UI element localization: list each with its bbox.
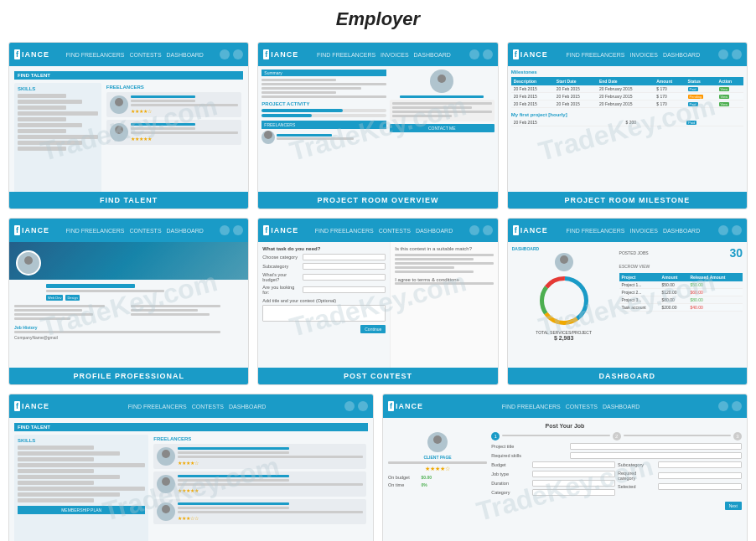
nav-item-2-2[interactable]: INVOICES [381,52,408,58]
pj-budget-input[interactable] [532,461,616,468]
nav-item-3-2[interactable]: INVOICES [629,52,657,58]
user-icon-2[interactable] [483,49,493,59]
nav-item-4-1[interactable]: FIND FREELANCERS [65,228,124,234]
logo-f-6: f [513,225,519,235]
header-icons-2 [469,49,493,59]
user-icon-8[interactable] [732,401,742,411]
ms-end-2: 20 February 2015 [597,93,654,100]
escrow-rel-4: $40.00 [687,304,743,312]
nav-item-8-3[interactable]: DASHBOARD [603,404,639,410]
pj-stat-l1: On budget [388,475,417,480]
ft-skills-panel: SKILLS MEMBERSHIP PLAN [14,435,148,541]
pj-reqcat-input[interactable] [658,472,742,479]
nav-item-6-1[interactable]: FIND FREELANCERS [566,228,624,234]
notif-icon-8[interactable] [718,401,728,411]
nav-item-6-3[interactable]: DASHBOARD [663,228,700,234]
pc-optional-label: Add title and your context (Optional) [262,298,386,303]
pj-left: CLIENT PAGE ★★★★☆ On budget $0.00 On tim… [388,432,487,510]
pj-duration-input[interactable] [532,480,616,487]
pj-skills-input[interactable] [570,452,742,459]
pc-duration-input[interactable] [303,286,386,293]
pj-duration-label: Duration [491,481,528,486]
skill-9 [18,141,82,145]
pj-budget-label: Budget [491,462,528,467]
nav-item-8-2[interactable]: CONTESTS [566,404,598,410]
nav-item-3-3[interactable]: DASHBOARD [663,52,700,58]
notif-icon[interactable] [220,49,230,59]
nav-item-5-3[interactable]: DASHBOARD [416,228,453,234]
skill-6 [18,123,82,127]
profile-hero [9,242,248,280]
pc-left: What task do you need? Choose category S… [258,242,390,368]
nav-item-6-2[interactable]: INVOICES [629,228,657,234]
pc-submit-btn[interactable]: Continue [360,325,386,333]
nav-item-2-3[interactable]: DASHBOARD [414,52,451,58]
nav-item-2[interactable]: CONTESTS [129,52,161,58]
notif-icon-2[interactable] [469,49,479,59]
notif-icon-6[interactable] [718,225,728,235]
nav-item-5-1[interactable]: FIND FREELANCERS [315,228,374,234]
user-icon-5[interactable] [483,225,493,235]
ov-contact-btn[interactable]: CONTACT ME [390,124,495,132]
nav-item-2-1[interactable]: FIND FREELANCERS [317,52,375,58]
user-icon-6[interactable] [732,225,742,235]
pj-type-label: Job type [491,471,528,477]
pj-next-row: Next [491,502,742,510]
notif-icon-3[interactable] [718,49,728,59]
nav-item-1[interactable]: FIND FREELANCERS [65,52,124,58]
ms-status-1: Paid [686,85,717,93]
pj-right-col: Subcategory Required category Selected [618,461,742,498]
pj-subcat-input[interactable] [658,461,742,468]
skill-2 [18,100,82,104]
user-icon-7[interactable] [358,401,368,411]
ov-stat-4 [392,115,452,117]
badge-view-3[interactable]: View [719,102,730,106]
badge-paid-3: Paid [688,102,698,106]
ft-desc-1 [178,456,363,458]
pj-title-input[interactable] [570,443,742,450]
nav-item-3[interactable]: DASHBOARD [167,52,204,58]
progress-2 [261,114,386,117]
pc-budget-label: What's your budget? [262,272,299,282]
skill-10 [18,147,66,151]
pc-subcategory-input[interactable] [303,263,386,270]
ov-fl-desc [277,137,353,140]
user-icon[interactable] [233,49,243,59]
overview-right: CONTACT ME [390,70,495,188]
ov-l3 [261,87,361,90]
user-icon-3[interactable] [732,49,742,59]
th-amount: Amount [654,77,685,85]
nav-item-7-2[interactable]: CONTESTS [192,404,224,410]
ft-profile-info-2: ★★★★★ [178,475,363,493]
stars-2: ★★★★★ [131,136,238,142]
nav-item-5-2[interactable]: CONTESTS [379,228,411,234]
badge-view[interactable]: View [719,87,730,91]
pj-title-label: Project title [491,444,567,449]
pj-selected-input[interactable] [658,483,742,490]
ft-desc-3 [178,511,363,513]
name-2 [131,123,195,126]
notif-icon-5[interactable] [469,225,479,235]
pd-l3 [14,313,93,316]
escrow-proj-2: Project 2... [619,289,660,296]
nav-item-3-1[interactable]: FIND FREELANCERS [566,52,624,58]
pc-terms-line [395,282,493,285]
hr-amount-1: $ 200 [624,119,685,126]
pj-type-input[interactable] [532,471,616,477]
nav-item-8-1[interactable]: FIND FREELANCERS [502,404,561,410]
pj-category-input[interactable] [532,489,616,496]
notif-icon-4[interactable] [220,225,230,235]
badge-view-2[interactable]: View [719,95,730,99]
pj-next-btn[interactable]: Next [725,502,742,510]
pc-category-input[interactable] [303,254,386,260]
notif-icon-7[interactable] [344,401,355,411]
nav-item-7-3[interactable]: DASHBOARD [229,404,266,410]
ft-desc-2 [178,483,363,486]
nav-item-4-2[interactable]: CONTESTS [129,228,161,234]
nav-item-4-3[interactable]: DASHBOARD [167,228,204,234]
profile-detail-row [14,305,243,322]
user-icon-4[interactable] [233,225,243,235]
pc-context-area[interactable] [262,305,386,322]
pc-budget-input[interactable] [303,274,386,281]
nav-item-7-1[interactable]: FIND FREELANCERS [128,404,187,410]
